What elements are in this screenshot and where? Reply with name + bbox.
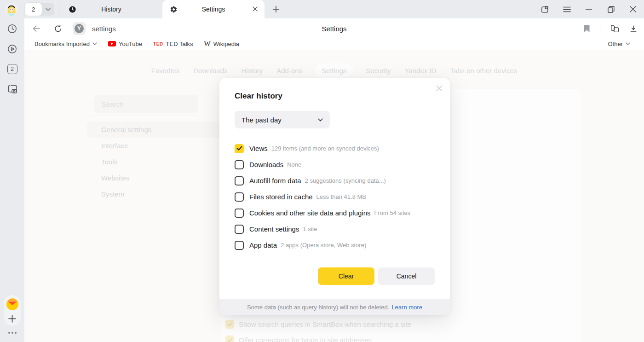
tab-count-switcher[interactable]: 2 [25,3,54,16]
clear-option-row[interactable]: Autofill form data 2 suggestions (syncin… [235,173,435,189]
sidebar-screenshot-camera-icon[interactable] [7,84,18,94]
chevron-down-icon [626,42,630,45]
bookmark-youtube[interactable]: YouTube [108,41,142,47]
sidebar-history-icon[interactable] [7,23,17,34]
bookmarks-other-folder[interactable]: Other [608,41,630,47]
option-label: Views [249,145,268,152]
checkbox[interactable] [235,241,244,250]
clear-option-row[interactable]: Views 129 items (and more on synced devi… [235,140,435,157]
tab-settings[interactable]: Settings [162,0,264,18]
new-tab-button[interactable] [272,6,280,13]
dialog-buttons: Clear Cancel [235,267,435,285]
settings-page: Favorites Downloads History Add-ons Sett… [24,51,644,342]
option-label: App data [249,241,277,249]
menu-icon[interactable] [556,0,578,18]
tab-bar: 2 History Settings [0,0,644,18]
restore-icon[interactable] [600,0,622,18]
checkmark-icon [236,146,242,151]
tab-history[interactable]: History [60,0,162,18]
address-toolbar: Y settings Settings [24,18,644,39]
close-dialog-icon[interactable] [434,83,444,93]
sidebar-tabs-icon[interactable]: 2 [7,64,17,74]
clear-option-row[interactable]: Files stored in cache Less than 41.8 MB [235,189,435,205]
clear-history-dialog: Clear history The past day [219,78,450,315]
clear-option-row[interactable]: Downloads None [235,157,435,173]
checkbox[interactable] [235,225,244,234]
downloads-icon[interactable] [629,24,638,33]
clear-history-options: Views 129 items (and more on synced devi… [235,140,435,253]
cancel-button[interactable]: Cancel [378,267,435,285]
clear-option-row[interactable]: Content settings 1 site [235,221,435,237]
footer-note-text: Some data (such as query history) will n… [247,304,389,311]
option-detail: 2 apps (Opera store, Web store) [281,242,366,249]
tab-settings-label: Settings [162,6,264,13]
tab-groups-icon[interactable] [610,24,620,33]
bookmark-youtube-label: YouTube [119,41,142,47]
clear-button[interactable]: Clear [318,267,374,285]
sidebar-services-pill [4,295,21,326]
close-window-icon[interactable] [622,0,644,18]
bookmark-wikipedia[interactable]: W Wikipedia [204,40,240,48]
minimize-icon[interactable] [578,0,600,18]
bookmarks-bar: Bookmarks Imported YouTube TED TED Talks… [24,39,644,51]
bookmark-ted[interactable]: TED TED Talks [153,41,193,47]
checkbox[interactable] [235,192,244,202]
bookmarks-imported-label: Bookmarks Imported [34,41,90,47]
option-label: Cookies and other site data and plugins [249,209,371,217]
option-detail: None [287,161,301,168]
option-label: Files stored in cache [249,193,313,201]
bookmark-wikipedia-label: Wikipedia [213,41,239,47]
close-tab-icon[interactable] [252,6,258,12]
chevron-down-icon[interactable] [42,8,54,11]
browser-window: 2 History Settings [0,0,644,342]
ted-logo-icon: TED [153,41,163,46]
option-detail: 2 suggestions (syncing data...) [305,177,386,184]
side-panel-bookmark-icon[interactable] [534,0,556,18]
checkbox[interactable] [235,209,244,218]
learn-more-link[interactable]: Learn more [391,304,422,311]
option-label: Autofill form data [249,177,301,185]
time-range-select[interactable]: The past day [235,111,330,128]
dialog-footer-note: Some data (such as query history) will n… [219,299,450,315]
youtube-icon [108,41,116,46]
toolbar-separator [600,24,600,33]
window-controls [534,0,644,18]
yandex-mail-icon[interactable] [6,298,18,310]
sidebar-play-icon[interactable] [7,44,17,54]
option-label: Downloads [249,161,283,168]
chevron-down-icon [318,118,323,122]
bookmark-icon[interactable] [583,25,590,33]
add-service-plus-icon[interactable] [8,314,17,323]
option-detail: 1 site [303,226,317,232]
tabbar-separator [59,5,59,14]
page-title: Settings [24,25,644,33]
tab-count-badge[interactable]: 2 [25,3,42,16]
sidebar-tab-count: 2 [7,64,17,74]
option-label: Content settings [249,225,299,233]
app-sidebar: 2 [0,18,24,342]
bookmarks-other-label: Other [608,41,623,47]
history-clock-icon [69,6,76,13]
option-detail: From 54 sites [374,209,411,216]
avatar-girl-icon [5,3,18,16]
checkbox[interactable] [235,144,244,153]
bookmarks-imported-folder[interactable]: Bookmarks Imported [34,41,97,47]
wikipedia-w-icon: W [204,40,211,48]
checkbox[interactable] [235,176,244,185]
checkbox[interactable] [235,160,244,169]
time-range-value: The past day [242,116,282,124]
bookmark-ted-label: TED Talks [166,41,193,47]
profile-avatar[interactable] [5,3,18,16]
sidebar-more-dots-icon[interactable] [8,332,17,334]
gear-icon [170,6,178,13]
clear-option-row[interactable]: Cookies and other site data and plugins … [235,205,435,221]
chevron-down-icon [92,42,97,45]
option-detail: 129 items (and more on synced devices) [271,145,379,152]
clear-option-row[interactable]: App data 2 apps (Opera store, Web store) [235,237,435,253]
dialog-title: Clear history [235,78,435,101]
option-detail: Less than 41.8 MB [316,193,366,200]
